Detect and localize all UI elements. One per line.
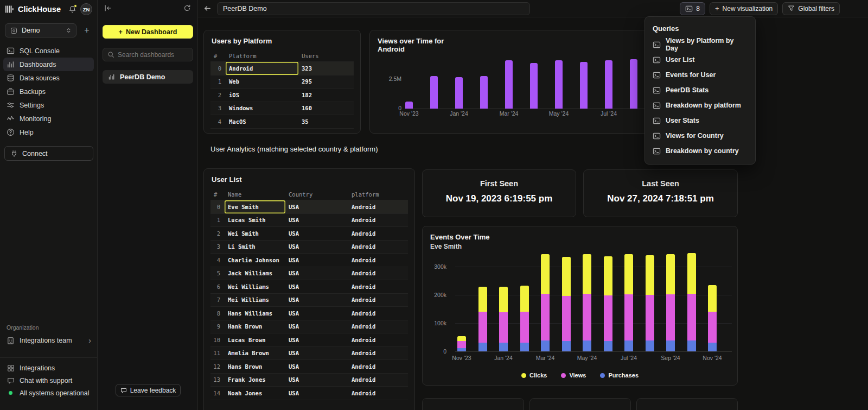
sidebar-item-backups[interactable]: Backups [3, 85, 94, 98]
views-bar[interactable] [605, 60, 612, 109]
table-cell: 295 [298, 75, 354, 89]
sidebar-item-system-status[interactable]: All systems operational [3, 387, 94, 399]
table-row[interactable]: 8Hans WilliamsUSAAndroid [210, 307, 408, 320]
stat-title: Last Seen [584, 179, 737, 188]
table-row[interactable]: 3Li SmithUSAAndroid [210, 241, 408, 254]
workspace-selector[interactable]: Demo [5, 23, 76, 37]
events-bar[interactable] [541, 254, 550, 351]
table-cell: Android [226, 62, 298, 75]
notifications-bell-icon[interactable] [68, 5, 76, 14]
query-menu-item[interactable]: Breakdown by platform [645, 98, 755, 113]
legend-item[interactable]: Clicks [521, 372, 547, 379]
bar-segment-views [562, 296, 571, 341]
leave-feedback-button[interactable]: Leave feedback [116, 384, 181, 396]
table-header-row: #NameCountryplatform [210, 188, 408, 200]
query-menu-item[interactable]: Views for Country [645, 128, 755, 143]
table-cell: Android [348, 280, 408, 293]
backups-icon [7, 87, 15, 96]
views-bar[interactable] [430, 76, 438, 109]
sidebar-item-settings[interactable]: Settings [3, 98, 94, 112]
collapse-panel-icon[interactable] [104, 4, 112, 12]
table-row[interactable]: 4Charlie JohnsonUSAAndroid [210, 254, 408, 267]
table-row[interactable]: 2iOS182 [210, 89, 354, 102]
bar-segment-clicks [604, 256, 612, 295]
clickhouse-logo[interactable] [5, 5, 14, 14]
new-visualization-button[interactable]: + New visualization [710, 2, 778, 15]
views-bar[interactable] [480, 76, 488, 109]
table-cell: Android [348, 333, 408, 346]
bar-segment-purchases [541, 340, 550, 351]
workspace-row: Demo + [0, 18, 97, 44]
events-bar[interactable] [562, 257, 571, 351]
table-row[interactable]: 14Noah JonesUSAAndroid [210, 387, 408, 400]
table-row[interactable]: 5Jack WilliamsUSAAndroid [210, 267, 408, 281]
table-row[interactable]: 0Android323 [210, 62, 354, 75]
query-menu-item[interactable]: PeerDB Stats [645, 83, 755, 98]
table-row[interactable]: 1Lucas SmithUSAAndroid [210, 214, 408, 228]
events-bar[interactable] [604, 256, 612, 351]
table-cell: Android [348, 227, 408, 240]
events-bar[interactable] [708, 285, 717, 351]
chevron-right-icon: › [88, 336, 91, 345]
table-row[interactable]: 9Hank BrownUSAAndroid [210, 320, 408, 334]
events-bar[interactable] [666, 254, 675, 351]
table-row[interactable]: 6Wei WilliamsUSAAndroid [210, 280, 408, 294]
legend-item[interactable]: Views [561, 372, 586, 379]
query-menu-item[interactable]: Events for User [645, 67, 755, 83]
query-menu-item[interactable]: User List [645, 52, 755, 67]
back-arrow-icon[interactable] [203, 4, 212, 12]
refresh-icon[interactable] [183, 4, 191, 12]
query-menu-item[interactable]: User Stats [645, 113, 755, 128]
bar-segment-purchases [687, 340, 696, 351]
avatar[interactable]: ZN [80, 3, 92, 15]
pulse-icon [7, 115, 15, 123]
views-bar[interactable] [630, 59, 637, 109]
events-bar[interactable] [624, 254, 633, 351]
query-menu-item[interactable]: Breakdown by country [645, 143, 755, 159]
table-row[interactable]: 11Amelia BrownUSAAndroid [210, 347, 408, 361]
table-row[interactable]: 13Frank JonesUSAAndroid [210, 374, 408, 387]
events-bar[interactable] [478, 287, 487, 351]
sidebar-item-data-sources[interactable]: Data sources [3, 71, 94, 85]
section-label: User Analytics (matching selected countr… [210, 145, 378, 153]
new-dashboard-button[interactable]: + New Dashboard [103, 25, 193, 39]
views-bar[interactable] [530, 63, 538, 109]
events-bar[interactable] [646, 255, 654, 351]
views-bar[interactable] [555, 60, 563, 109]
sidebar-item-chat-support[interactable]: Chat with support [3, 374, 94, 387]
sidebar-item-dashboards[interactable]: Dashboards [3, 58, 94, 71]
events-bar[interactable] [583, 254, 591, 351]
dashboard-title-input[interactable] [217, 2, 530, 15]
legend-item[interactable]: Purchases [600, 372, 639, 379]
bar-segment-purchases [708, 343, 717, 351]
table-row[interactable]: 3Windows160 [210, 102, 354, 116]
add-service-button[interactable]: + [81, 24, 92, 36]
chart-legend: ClicksViewsPurchases [423, 372, 737, 379]
events-bar[interactable] [687, 253, 696, 351]
global-filters-button[interactable]: Global filters [782, 2, 840, 15]
connect-button[interactable]: Connect [4, 146, 93, 161]
sidebar-item-sql-console[interactable]: SQL Console [3, 44, 94, 58]
sidebar-item-monitoring[interactable]: Monitoring [3, 112, 94, 125]
table-row[interactable]: 1Web295 [210, 75, 354, 89]
search-input[interactable] [118, 51, 182, 59]
table-row[interactable]: 2Wei SmithUSAAndroid [210, 227, 408, 241]
table-row[interactable]: 12Hans BrownUSAAndroid [210, 360, 408, 374]
sidebar-item-integrations[interactable]: Integrations [3, 362, 94, 374]
sidebar-item-help[interactable]: Help [3, 125, 94, 139]
table-row[interactable]: 4MacOS35 [210, 115, 354, 129]
events-bar[interactable] [499, 287, 508, 351]
views-bar[interactable] [580, 62, 588, 109]
table-row[interactable]: 10Lucas BrownUSAAndroid [210, 333, 408, 347]
views-bar[interactable] [405, 102, 413, 109]
dashboard-list-item[interactable]: PeerDB Demo [103, 70, 193, 84]
table-row[interactable]: 7Mei WilliamsUSAAndroid [210, 294, 408, 307]
sidebar-item-integrations-team[interactable]: Integrations team › [3, 333, 94, 348]
views-bar[interactable] [455, 77, 463, 109]
views-bar[interactable] [505, 60, 513, 109]
events-bar[interactable] [520, 286, 529, 351]
table-row[interactable]: 0Eve SmithUSAAndroid [210, 200, 408, 214]
query-menu-item[interactable]: Views by Platform by Day [645, 37, 755, 52]
events-bar[interactable] [457, 336, 466, 351]
queries-count-button[interactable]: 8 [680, 2, 705, 15]
